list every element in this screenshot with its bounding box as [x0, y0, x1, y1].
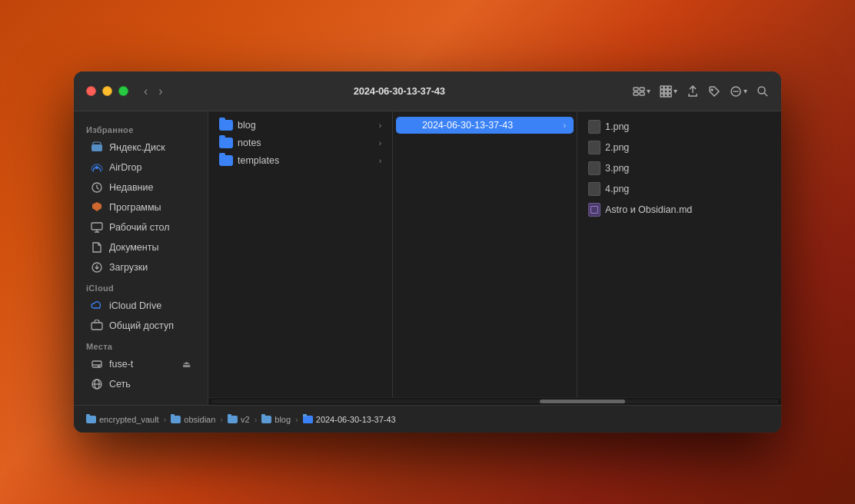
breadcrumb-sep-1: ›	[164, 415, 167, 424]
drive-icon	[91, 358, 103, 370]
folder-date[interactable]: 2024-06-30-13-37-43 ›	[396, 117, 574, 134]
svg-rect-2	[634, 92, 638, 95]
sidebar-item-downloads[interactable]: Загрузки	[78, 258, 203, 277]
png-icon	[588, 161, 600, 175]
forward-button[interactable]: ›	[155, 84, 165, 99]
column-1: blog › notes › templates ›	[208, 111, 393, 397]
finder-content: Избранное Яндекс.Диск	[74, 111, 781, 405]
back-button[interactable]: ‹	[141, 84, 151, 99]
column-2: 2024-06-30-13-37-43 ›	[393, 111, 577, 397]
folder-icon	[219, 155, 233, 166]
breadcrumb-folder-icon	[86, 416, 96, 423]
sidebar-label-network: Сеть	[109, 379, 131, 390]
eject-icon[interactable]: ⏏	[182, 359, 191, 370]
search-icon[interactable]	[757, 85, 769, 98]
svg-rect-0	[634, 88, 638, 91]
recents-icon	[91, 181, 103, 194]
network-icon	[91, 378, 103, 390]
folder-blog[interactable]: blog ›	[211, 117, 389, 134]
icloud-icon	[91, 300, 103, 312]
sidebar-label-icloud: iCloud Drive	[109, 300, 161, 311]
svg-rect-7	[660, 90, 664, 93]
sidebar: Избранное Яндекс.Диск	[74, 111, 208, 405]
favorites-label: Избранное	[74, 119, 208, 138]
svg-rect-22	[92, 361, 101, 367]
sidebar-item-programs[interactable]: Программы	[78, 198, 203, 217]
svg-rect-19	[91, 223, 102, 230]
file-astro-md[interactable]: Astro и Obsidian.md	[581, 200, 778, 220]
svg-point-13	[711, 89, 713, 91]
breadcrumb-v2[interactable]: v2	[228, 415, 250, 424]
file-4png[interactable]: 4.png	[581, 179, 778, 199]
sidebar-label-shared: Общий доступ	[109, 320, 174, 331]
sidebar-label-desktop: Рабочий стол	[109, 222, 169, 233]
breadcrumb-folder-icon	[303, 416, 313, 423]
tag-icon[interactable]	[708, 85, 720, 98]
sidebar-item-airdrop[interactable]: AirDrop	[78, 158, 203, 177]
more-icon[interactable]: ▾	[730, 85, 747, 98]
svg-rect-17	[91, 144, 102, 151]
sidebar-item-icloud[interactable]: iCloud Drive	[78, 297, 203, 315]
grid-icon[interactable]: ▾	[660, 85, 677, 98]
close-button[interactable]	[86, 86, 96, 96]
status-bar: encrypted_vault › obsidian › v2 › blog ›…	[74, 405, 781, 433]
folder-date-label: 2024-06-30-13-37-43	[422, 120, 513, 131]
folder-notes[interactable]: notes ›	[211, 134, 389, 151]
sidebar-label-programs: Программы	[109, 202, 161, 213]
shared-icon	[91, 320, 103, 332]
breadcrumb-date-label: 2024-06-30-13-37-43	[316, 415, 396, 424]
file-3png[interactable]: 3.png	[581, 158, 778, 178]
sidebar-label-airdrop: AirDrop	[109, 162, 141, 173]
file-1png[interactable]: 1.png	[581, 117, 778, 137]
sidebar-label-yandex: Яндекс.Диск	[109, 142, 165, 153]
sidebar-label-downloads: Загрузки	[109, 262, 148, 273]
svg-line-16	[764, 93, 767, 96]
breadcrumb-encrypted-vault-label: encrypted_vault	[99, 415, 159, 424]
file-2png[interactable]: 2.png	[581, 138, 778, 158]
breadcrumb-obsidian[interactable]: obsidian	[171, 415, 215, 424]
toolbar-right: ▾ ▾	[633, 85, 769, 98]
md-icon	[588, 203, 600, 217]
maximize-button[interactable]	[118, 86, 128, 96]
sidebar-item-shared[interactable]: Общий доступ	[78, 317, 203, 335]
downloads-icon	[91, 261, 103, 274]
breadcrumb-v2-label: v2	[241, 415, 250, 424]
share-icon[interactable]	[687, 85, 699, 98]
folder-notes-label: notes	[238, 138, 261, 148]
breadcrumb-date[interactable]: 2024-06-30-13-37-43	[303, 415, 396, 424]
sidebar-label-documents: Документы	[109, 242, 158, 253]
folder-templates-label: templates	[238, 155, 279, 166]
folder-icon	[219, 120, 233, 131]
breadcrumb-obsidian-label: obsidian	[184, 415, 215, 424]
sidebar-item-desktop[interactable]: Рабочий стол	[78, 218, 203, 237]
breadcrumb-folder-icon	[261, 416, 271, 423]
png-icon	[588, 120, 600, 134]
sidebar-item-recents[interactable]: Недавние	[78, 178, 203, 197]
png-icon	[588, 182, 600, 196]
yandex-disk-icon	[91, 141, 103, 154]
breadcrumb-folder-icon	[171, 416, 181, 423]
view-toggle-icon[interactable]: ▾	[633, 85, 650, 98]
scroll-thumb[interactable]	[540, 400, 625, 403]
svg-rect-5	[664, 86, 667, 89]
svg-rect-21	[91, 323, 102, 330]
finder-window: ‹ › 2024-06-30-13-37-43 ▾	[74, 71, 781, 433]
breadcrumb-blog[interactable]: blog	[261, 415, 291, 424]
column-3: 1.png 2.png 3.png 4.png	[577, 111, 781, 397]
scroll-bar[interactable]	[208, 397, 781, 405]
svg-rect-10	[660, 94, 664, 97]
sidebar-item-network[interactable]: Сеть	[78, 375, 203, 393]
breadcrumb-folder-icon	[228, 416, 238, 423]
file-2png-label: 2.png	[605, 142, 629, 153]
programs-icon	[91, 201, 103, 214]
minimize-button[interactable]	[102, 86, 112, 96]
sidebar-item-documents[interactable]: Документы	[78, 238, 203, 257]
breadcrumb-encrypted-vault[interactable]: encrypted_vault	[86, 415, 159, 424]
svg-rect-8	[664, 90, 667, 93]
folder-icon	[404, 120, 418, 131]
folder-templates[interactable]: templates ›	[211, 152, 389, 169]
sidebar-item-fuset[interactable]: fuse-t ⏏	[78, 355, 203, 373]
png-icon	[588, 141, 600, 154]
file-1png-label: 1.png	[605, 121, 629, 132]
sidebar-item-yandex[interactable]: Яндекс.Диск	[78, 138, 203, 157]
